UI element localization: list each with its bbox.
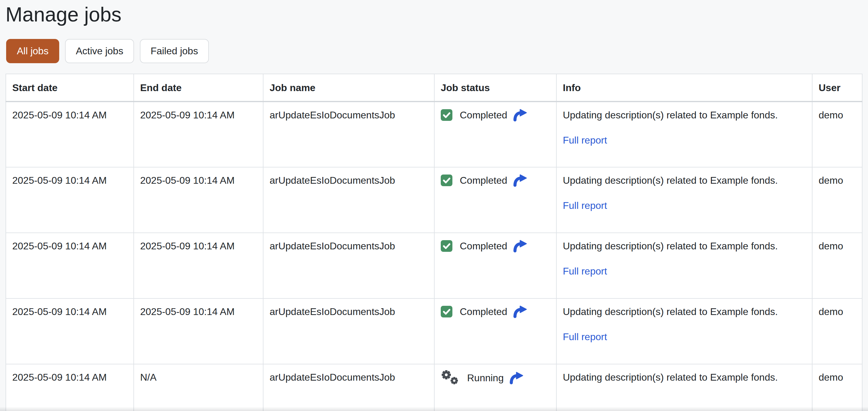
gears-icon [441, 370, 460, 386]
start-date-cell: 2025-05-09 10:14 AM [6, 364, 134, 411]
end-date-cell: N/A [134, 364, 263, 411]
share-icon [513, 306, 527, 318]
info-description: Updating description(s) related to Examp… [563, 108, 806, 122]
job-detail-link[interactable] [509, 372, 523, 384]
job-detail-link[interactable] [513, 109, 527, 122]
job-name-cell: arUpdateEsIoDocumentsJob [263, 364, 434, 411]
table-row: 2025-05-09 10:14 AM 2025-05-09 10:14 AM … [6, 233, 862, 298]
column-header-job-name: Job name [263, 74, 434, 101]
user-cell: demo [812, 167, 862, 233]
column-header-info: Info [556, 74, 812, 101]
job-status-cell: Completed [434, 167, 556, 233]
filter-active-jobs-button[interactable]: Active jobs [65, 39, 134, 63]
manage-jobs-page: Manage jobs All jobs Active jobs Failed … [0, 0, 868, 411]
job-status-cell: Completed [434, 233, 556, 298]
job-status-cell: Completed [434, 101, 556, 167]
column-header-end-date: End date [134, 74, 263, 101]
end-date-cell: 2025-05-09 10:14 AM [134, 298, 263, 364]
job-name-cell: arUpdateEsIoDocumentsJob [263, 233, 434, 298]
info-description: Updating description(s) related to Examp… [563, 304, 806, 319]
job-detail-link[interactable] [513, 306, 527, 318]
check-square-icon [441, 240, 453, 252]
check-square-icon [441, 175, 453, 186]
table-header-row: Start date End date Job name Job status … [6, 74, 862, 101]
full-report-link[interactable]: Full report [563, 265, 607, 277]
filter-failed-jobs-button[interactable]: Failed jobs [140, 39, 209, 63]
job-status-cell: Running [434, 364, 556, 411]
page-title: Manage jobs [5, 2, 863, 27]
column-header-start-date: Start date [6, 74, 134, 101]
job-status-label: Completed [460, 304, 507, 319]
user-cell: demo [812, 233, 862, 298]
check-square-icon [441, 109, 453, 121]
info-cell: Updating description(s) related to Examp… [556, 364, 812, 411]
info-description: Updating description(s) related to Examp… [563, 370, 806, 385]
start-date-cell: 2025-05-09 10:14 AM [6, 233, 134, 298]
jobs-table: Start date End date Job name Job status … [5, 74, 863, 411]
table-row: 2025-05-09 10:14 AM 2025-05-09 10:14 AM … [6, 101, 862, 167]
info-cell: Updating description(s) related to Examp… [556, 101, 812, 167]
start-date-cell: 2025-05-09 10:14 AM [6, 298, 134, 364]
end-date-cell: 2025-05-09 10:14 AM [134, 233, 263, 298]
job-filters: All jobs Active jobs Failed jobs [6, 39, 862, 63]
share-icon [509, 372, 523, 384]
filter-all-jobs-button[interactable]: All jobs [6, 39, 59, 63]
full-report-link[interactable]: Full report [563, 135, 607, 146]
full-report-link[interactable]: Full report [563, 331, 607, 342]
job-status-label: Completed [460, 239, 507, 253]
full-report-link[interactable]: Full report [563, 200, 607, 211]
column-header-user: User [812, 74, 862, 101]
info-cell: Updating description(s) related to Examp… [556, 233, 812, 298]
info-description: Updating description(s) related to Examp… [563, 173, 806, 188]
table-row: 2025-05-09 10:14 AM 2025-05-09 10:14 AM … [6, 167, 862, 233]
job-detail-link[interactable] [513, 240, 527, 252]
end-date-cell: 2025-05-09 10:14 AM [134, 167, 263, 233]
job-status-label: Running [467, 371, 504, 385]
table-row: 2025-05-09 10:14 AM N/A arUpdateEsIoDocu… [6, 364, 862, 411]
user-cell: demo [812, 101, 862, 167]
table-row: 2025-05-09 10:14 AM 2025-05-09 10:14 AM … [6, 298, 862, 364]
job-name-cell: arUpdateEsIoDocumentsJob [263, 101, 434, 167]
job-status-label: Completed [460, 108, 507, 122]
share-icon [513, 240, 527, 252]
job-status-cell: Completed [434, 298, 556, 364]
job-detail-link[interactable] [513, 174, 527, 187]
share-icon [513, 109, 527, 122]
info-description: Updating description(s) related to Examp… [563, 239, 806, 253]
user-cell: demo [812, 364, 862, 411]
user-cell: demo [812, 298, 862, 364]
job-name-cell: arUpdateEsIoDocumentsJob [263, 298, 434, 364]
job-name-cell: arUpdateEsIoDocumentsJob [263, 167, 434, 233]
info-cell: Updating description(s) related to Examp… [556, 167, 812, 233]
share-icon [513, 174, 527, 187]
end-date-cell: 2025-05-09 10:14 AM [134, 101, 263, 167]
column-header-job-status: Job status [434, 74, 556, 101]
check-square-icon [441, 306, 453, 317]
info-cell: Updating description(s) related to Examp… [556, 298, 812, 364]
job-status-label: Completed [460, 173, 507, 188]
start-date-cell: 2025-05-09 10:14 AM [6, 101, 134, 167]
start-date-cell: 2025-05-09 10:14 AM [6, 167, 134, 233]
